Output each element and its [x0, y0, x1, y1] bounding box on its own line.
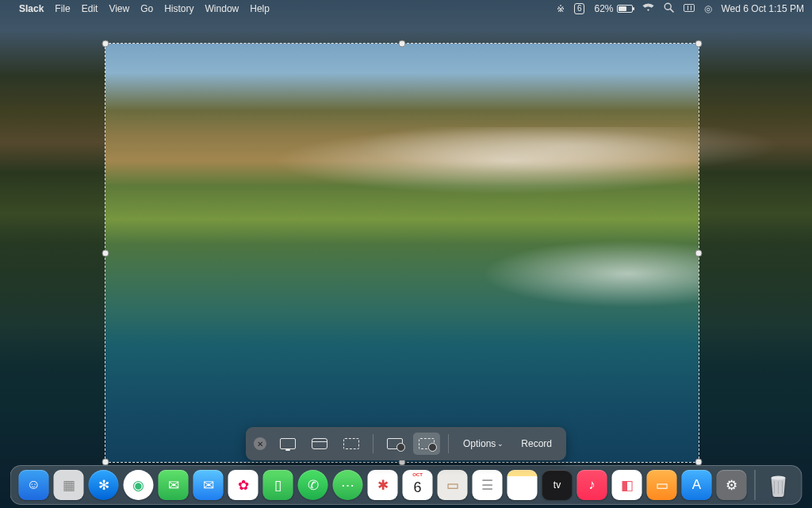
dock-app-slack[interactable]: ✱	[368, 470, 398, 500]
dock-app-todo[interactable]: ◧	[612, 470, 642, 500]
wifi-icon[interactable]	[642, 3, 654, 14]
dock: ☺▦✻◉✉✉✿▯✆⋯✱OCT6▭☰tv♪◧▭A⚙	[10, 465, 802, 505]
dock-app-keynote[interactable]: ▭	[647, 470, 677, 500]
resize-handle-tl[interactable]	[102, 40, 109, 48]
dock-app-whatsapp[interactable]: ✆	[298, 470, 328, 500]
dock-app-calendar[interactable]: OCT6	[403, 470, 433, 500]
options-menu[interactable]: Options ⌄	[457, 433, 510, 455]
dashed-rect-icon	[343, 438, 359, 449]
dock-app-safari[interactable]: ✻	[89, 470, 119, 500]
battery-icon	[617, 5, 633, 13]
dock-container: ☺▦✻◉✉✉✿▯✆⋯✱OCT6▭☰tv♪◧▭A⚙	[10, 465, 802, 505]
dock-app-settings[interactable]: ⚙	[717, 470, 747, 500]
desktop-wallpaper: Slack File Edit View Go History Window H…	[0, 0, 812, 508]
dock-app-music[interactable]: ♪	[577, 470, 607, 500]
control-center-icon[interactable]	[684, 3, 695, 14]
svg-point-2	[772, 476, 786, 480]
dock-app-photos[interactable]: ✿	[228, 470, 259, 500]
dock-app-messages[interactable]: ✉	[159, 470, 189, 500]
dock-app-sms[interactable]: ⋯	[333, 470, 363, 500]
dock-app-contacts[interactable]: ▭	[438, 470, 468, 500]
menu-view[interactable]: View	[109, 3, 129, 14]
record-label: Record	[521, 438, 552, 449]
menu-go[interactable]: Go	[140, 3, 153, 14]
close-toolbar-button[interactable]: ✕	[254, 437, 266, 450]
menu-help[interactable]: Help	[250, 3, 270, 14]
menubar-clock[interactable]: Wed 6 Oct 1:15 PM	[722, 3, 805, 14]
dock-app-appletv[interactable]: tv	[542, 470, 573, 500]
svg-line-1	[670, 9, 673, 12]
menu-bar: Slack File Edit View Go History Window H…	[0, 0, 812, 17]
options-label: Options	[463, 438, 496, 449]
record-selection-button[interactable]	[413, 433, 440, 455]
menu-window[interactable]: Window	[205, 3, 239, 14]
battery-status[interactable]: 62%	[594, 3, 632, 14]
selection-preview	[105, 44, 699, 462]
screen-icon	[280, 438, 296, 449]
resize-handle-r[interactable]	[695, 249, 703, 256]
capture-entire-screen-button[interactable]	[274, 433, 301, 455]
record-entire-screen-button[interactable]	[381, 433, 408, 455]
battery-percent: 62%	[594, 3, 613, 14]
search-icon[interactable]	[664, 2, 674, 15]
dock-trash[interactable]	[764, 470, 794, 500]
record-screen-icon	[387, 438, 403, 449]
record-selection-icon	[419, 438, 435, 449]
capture-selection[interactable]	[105, 43, 699, 463]
toolbar-separator	[448, 434, 449, 453]
resize-handle-l[interactable]	[102, 249, 109, 256]
dock-app-finder[interactable]: ☺	[19, 470, 49, 500]
dock-app-facetime[interactable]: ▯	[263, 470, 293, 500]
resize-handle-tr[interactable]	[695, 40, 703, 48]
dock-app-appstore[interactable]: A	[682, 470, 712, 500]
dock-app-launchpad[interactable]: ▦	[54, 470, 84, 500]
capture-window-button[interactable]	[306, 433, 333, 455]
siri-icon[interactable]: ◎	[704, 3, 712, 14]
dock-app-mail[interactable]: ✉	[193, 470, 224, 500]
screenshot-toolbar: ✕ Options ⌄ Record	[246, 427, 566, 460]
status-box-number[interactable]: 6	[574, 3, 585, 14]
capture-selection-button[interactable]	[338, 433, 365, 455]
resize-handle-t[interactable]	[399, 40, 406, 48]
toolbar-separator	[373, 434, 373, 453]
status-icon-1[interactable]: ※	[557, 3, 565, 14]
record-button[interactable]: Record	[515, 433, 558, 455]
window-icon	[312, 438, 327, 449]
app-menu[interactable]: Slack	[19, 3, 44, 14]
menu-file[interactable]: File	[55, 3, 70, 14]
chevron-down-icon: ⌄	[497, 440, 504, 448]
dock-app-chrome[interactable]: ◉	[124, 470, 154, 500]
menu-history[interactable]: History	[164, 3, 193, 14]
menu-edit[interactable]: Edit	[82, 3, 98, 14]
dock-app-notes[interactable]	[508, 470, 538, 500]
dock-app-reminders[interactable]: ☰	[473, 470, 503, 500]
dock-separator	[755, 470, 756, 500]
